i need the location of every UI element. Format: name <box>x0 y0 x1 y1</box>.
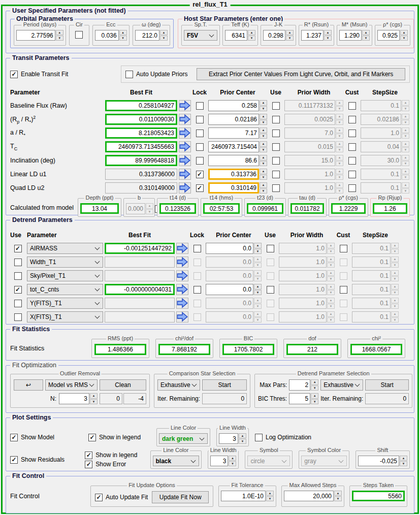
spinner-buttons[interactable]: ▲▼ <box>324 30 332 41</box>
spinner-buttons[interactable]: ▲▼ <box>248 30 255 41</box>
spin-down-icon[interactable]: ▼ <box>229 461 236 466</box>
spin-down-icon[interactable]: ▼ <box>260 188 267 194</box>
spin-up-icon[interactable]: ▲ <box>160 30 168 35</box>
spin-down-icon[interactable]: ▼ <box>362 36 370 41</box>
spin-up-icon[interactable]: ▲ <box>324 30 332 35</box>
use-prior-checkbox[interactable] <box>272 116 280 123</box>
detrend-prior-center-spinner[interactable]: 0.0▲▼ <box>206 243 262 254</box>
spinner-buttons[interactable]: ▲▼ <box>229 456 236 466</box>
spin-down-icon[interactable]: ▼ <box>260 134 267 139</box>
spinner-buttons[interactable]: ▲▼ <box>311 393 318 404</box>
auto-update-fit[interactable]: Auto Update Fit <box>95 494 148 501</box>
lock-checkbox[interactable] <box>196 143 204 151</box>
spin-down-icon[interactable]: ▼ <box>260 161 267 167</box>
n-spinner[interactable]: 3▲▼ <box>59 393 98 404</box>
best-fit-field[interactable]: 0.310149000 <box>105 182 177 194</box>
copy-best-fit-to-prior-button[interactable] <box>176 311 188 323</box>
prior-center-spinner[interactable]: 7.17▲▼ <box>208 127 267 139</box>
detrend-lock-checkbox[interactable] <box>193 286 201 294</box>
detrend-cust-checkbox[interactable] <box>340 245 347 252</box>
lock-checkbox[interactable] <box>196 130 204 137</box>
detrend-best-fit-field[interactable]: -0.001251447292 <box>105 243 175 254</box>
spinner-buttons[interactable]: ▲▼ <box>286 30 294 41</box>
best-fit-field[interactable]: 0.258104927 <box>105 100 177 111</box>
spin-up-icon[interactable]: ▲ <box>229 456 236 461</box>
spinner-buttons[interactable]: ▲▼ <box>119 30 127 41</box>
model-show-in-legend[interactable]: Show in legend <box>88 434 150 441</box>
spin-up-icon[interactable]: ▲ <box>266 491 274 496</box>
prior-center-spinner[interactable]: 0.258▲▼ <box>208 100 267 111</box>
spin-up-icon[interactable]: ▲ <box>260 169 267 174</box>
cust-stepsize-checkbox[interactable] <box>348 130 356 137</box>
use-prior-checkbox[interactable] <box>272 157 280 165</box>
detrend-parameter-dropdown[interactable]: Width_T1 <box>27 256 103 268</box>
spinner-buttons[interactable]: ▲▼ <box>160 30 168 41</box>
spin-down-icon[interactable]: ▼ <box>248 36 255 41</box>
enable-transit-fit-checkbox[interactable] <box>10 71 18 78</box>
max-pars-spinner[interactable]: 2▲▼ <box>289 379 318 391</box>
spin-up-icon[interactable]: ▲ <box>260 155 267 160</box>
spinner-buttons[interactable]: ▲▼ <box>311 379 318 391</box>
copy-best-fit-to-prior-button[interactable] <box>179 114 191 125</box>
cust-stepsize-checkbox[interactable] <box>348 116 356 123</box>
lock-checkbox[interactable] <box>196 171 204 178</box>
spin-down-icon[interactable]: ▼ <box>334 496 342 501</box>
detrend-parameter-dropdown[interactable]: Y(FITS)_T1 <box>27 298 103 309</box>
spinner-buttons[interactable]: ▲▼ <box>260 141 267 152</box>
detrend-parameter-dropdown[interactable]: X(FITS)_T1 <box>27 311 103 323</box>
spinner-buttons[interactable]: ▲▼ <box>56 30 63 41</box>
copy-best-fit-to-prior-button[interactable] <box>176 284 188 295</box>
use-detrend-checkbox[interactable] <box>14 259 22 266</box>
show-residuals[interactable]: Show Residuals <box>10 456 79 464</box>
residuals-legend-checkbox[interactable] <box>85 452 92 459</box>
model-line-width-spinner[interactable]: 3▲▼ <box>219 433 246 444</box>
extract-priors-button[interactable]: Extract Prior Center Values From Light C… <box>197 68 405 80</box>
lock-checkbox[interactable] <box>196 157 204 165</box>
spin-down-icon[interactable]: ▼ <box>266 496 274 501</box>
spin-down-icon[interactable]: ▼ <box>260 106 267 112</box>
cust-stepsize-checkbox[interactable] <box>348 184 356 192</box>
detrend-use-prior-checkbox[interactable] <box>267 286 274 294</box>
spin-up-icon[interactable]: ▲ <box>239 433 246 438</box>
spin-up-icon[interactable]: ▲ <box>334 491 342 496</box>
omega-spinner[interactable]: 212.0▲▼ <box>135 30 168 41</box>
lock-checkbox[interactable] <box>196 116 204 123</box>
sp-t-dropdown[interactable]: F5V <box>184 30 217 41</box>
copy-best-fit-to-prior-button[interactable] <box>179 169 191 180</box>
best-fit-field[interactable]: 8.218053423 <box>105 127 177 139</box>
spinner-buttons[interactable]: ▲▼ <box>266 491 274 501</box>
spin-up-icon[interactable]: ▲ <box>248 30 255 35</box>
use-prior-checkbox[interactable] <box>272 184 280 192</box>
copy-best-fit-to-prior-button[interactable] <box>176 270 188 281</box>
spin-down-icon[interactable]: ▼ <box>254 290 262 296</box>
cust-stepsize-checkbox[interactable] <box>348 143 356 151</box>
cir-checkbox[interactable] <box>75 31 83 39</box>
model-legend-checkbox[interactable] <box>88 434 96 441</box>
show-error[interactable]: Show Error <box>85 461 144 468</box>
spin-down-icon[interactable]: ▼ <box>119 36 127 41</box>
copy-best-fit-to-prior-button[interactable] <box>179 127 191 139</box>
enable-transit-fit[interactable]: Enable Transit Fit <box>10 71 116 78</box>
copy-best-fit-to-prior-button[interactable] <box>176 298 188 309</box>
spin-down-icon[interactable]: ▼ <box>160 36 168 41</box>
auto-update-priors[interactable]: Auto Update Priors <box>125 71 187 78</box>
detrend-parameter-dropdown[interactable]: tot_C_cnts <box>27 284 103 295</box>
detrend-method-dropdown[interactable]: Exhaustive <box>320 379 363 391</box>
spin-down-icon[interactable]: ▼ <box>90 399 98 405</box>
prior-center-spinner[interactable]: 86.6▲▼ <box>208 155 267 166</box>
spinner-buttons[interactable]: ▲▼ <box>239 433 246 444</box>
prior-center-spinner[interactable]: 0.313736▲▼ <box>208 169 267 180</box>
copy-best-fit-to-prior-button[interactable] <box>176 243 188 254</box>
log-optimization[interactable]: Log Optimization <box>255 434 311 441</box>
copy-best-fit-to-prior-button[interactable] <box>179 182 191 194</box>
comp-star-start-button[interactable]: Start <box>202 379 247 391</box>
update-fit-now-button[interactable]: Update Fit Now <box>152 491 209 503</box>
show-model[interactable]: Show Model <box>10 434 82 441</box>
detrend-parameter-dropdown[interactable]: AIRMASS <box>27 243 103 254</box>
best-fit-field[interactable]: 0.313736000 <box>105 169 177 180</box>
spinner-buttons[interactable]: ▲▼ <box>260 114 267 125</box>
ecc-spinner[interactable]: 0.036▲▼ <box>95 30 127 41</box>
detrend-best-fit-field[interactable]: -0.000000004031 <box>105 284 175 295</box>
prior-center-spinner[interactable]: 0.02186▲▼ <box>208 114 267 125</box>
jk-spinner[interactable]: 0.298▲▼ <box>263 30 294 41</box>
